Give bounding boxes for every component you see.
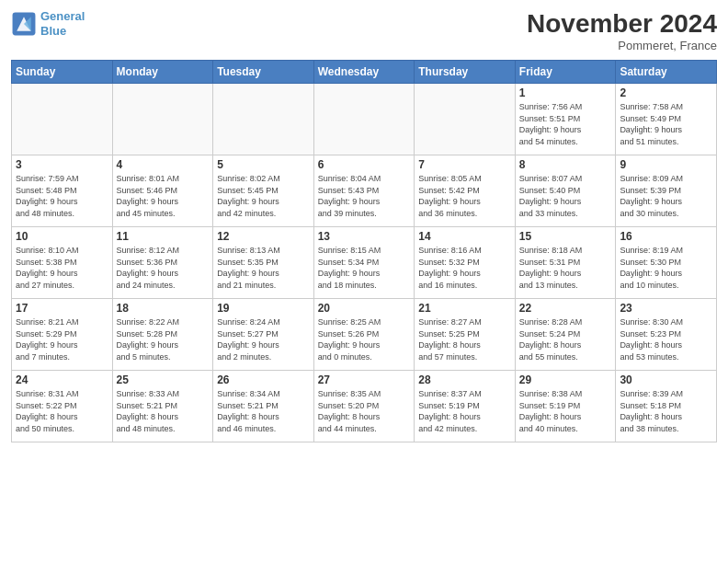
day-info: Sunrise: 8:27 AM Sunset: 5:25 PM Dayligh… xyxy=(418,316,511,362)
day-cell: 25Sunrise: 8:33 AM Sunset: 5:21 PM Dayli… xyxy=(112,371,213,442)
day-number: 10 xyxy=(16,230,108,243)
day-number: 25 xyxy=(117,373,210,386)
day-cell: 29Sunrise: 8:38 AM Sunset: 5:19 PM Dayli… xyxy=(515,371,616,442)
day-number: 21 xyxy=(418,302,511,315)
day-cell: 18Sunrise: 8:22 AM Sunset: 5:28 PM Dayli… xyxy=(112,299,213,371)
day-cell: 2Sunrise: 7:58 AM Sunset: 5:49 PM Daylig… xyxy=(616,84,717,155)
day-cell: 5Sunrise: 8:02 AM Sunset: 5:45 PM Daylig… xyxy=(213,155,314,227)
day-number: 14 xyxy=(418,230,511,243)
day-info: Sunrise: 8:24 AM Sunset: 5:27 PM Dayligh… xyxy=(217,316,310,362)
col-header-thursday: Thursday xyxy=(415,61,516,84)
day-number: 28 xyxy=(418,373,511,386)
day-number: 7 xyxy=(418,158,511,171)
day-number: 22 xyxy=(519,302,612,315)
day-number: 30 xyxy=(620,373,712,386)
col-header-saturday: Saturday xyxy=(616,61,717,84)
day-cell: 1Sunrise: 7:56 AM Sunset: 5:51 PM Daylig… xyxy=(515,84,616,155)
logo: General Blue xyxy=(11,9,85,38)
logo-text: General Blue xyxy=(40,9,85,38)
day-cell: 27Sunrise: 8:35 AM Sunset: 5:20 PM Dayli… xyxy=(313,371,415,442)
day-cell: 12Sunrise: 8:13 AM Sunset: 5:35 PM Dayli… xyxy=(213,227,314,299)
col-header-sunday: Sunday xyxy=(12,61,113,84)
day-number: 8 xyxy=(519,158,612,171)
day-number: 29 xyxy=(519,373,612,386)
logo-icon xyxy=(11,11,37,37)
day-info: Sunrise: 8:10 AM Sunset: 5:38 PM Dayligh… xyxy=(16,245,108,291)
day-number: 19 xyxy=(217,302,310,315)
day-cell: 24Sunrise: 8:31 AM Sunset: 5:22 PM Dayli… xyxy=(12,371,113,442)
day-cell xyxy=(12,84,113,155)
day-cell: 3Sunrise: 7:59 AM Sunset: 5:48 PM Daylig… xyxy=(12,155,113,227)
day-cell: 23Sunrise: 8:30 AM Sunset: 5:23 PM Dayli… xyxy=(616,299,717,371)
day-info: Sunrise: 8:35 AM Sunset: 5:20 PM Dayligh… xyxy=(318,388,411,434)
header-row: SundayMondayTuesdayWednesdayThursdayFrid… xyxy=(12,61,717,84)
day-number: 18 xyxy=(117,302,210,315)
day-number: 9 xyxy=(620,158,712,171)
day-info: Sunrise: 8:13 AM Sunset: 5:35 PM Dayligh… xyxy=(217,245,310,291)
day-info: Sunrise: 8:30 AM Sunset: 5:23 PM Dayligh… xyxy=(620,316,712,362)
day-number: 4 xyxy=(117,158,210,171)
day-cell xyxy=(213,84,314,155)
day-info: Sunrise: 8:34 AM Sunset: 5:21 PM Dayligh… xyxy=(217,388,310,434)
day-info: Sunrise: 8:37 AM Sunset: 5:19 PM Dayligh… xyxy=(418,388,511,434)
title-area: November 2024 Pommeret, France xyxy=(527,9,717,52)
day-number: 1 xyxy=(519,86,612,99)
col-header-friday: Friday xyxy=(515,61,616,84)
day-info: Sunrise: 7:59 AM Sunset: 5:48 PM Dayligh… xyxy=(16,173,108,219)
col-header-monday: Monday xyxy=(112,61,213,84)
day-info: Sunrise: 8:38 AM Sunset: 5:19 PM Dayligh… xyxy=(519,388,612,434)
day-info: Sunrise: 8:02 AM Sunset: 5:45 PM Dayligh… xyxy=(217,173,310,219)
day-cell: 13Sunrise: 8:15 AM Sunset: 5:34 PM Dayli… xyxy=(313,227,415,299)
day-cell xyxy=(112,84,213,155)
week-row-3: 10Sunrise: 8:10 AM Sunset: 5:38 PM Dayli… xyxy=(12,227,717,299)
day-number: 12 xyxy=(217,230,310,243)
day-number: 11 xyxy=(117,230,210,243)
day-info: Sunrise: 8:21 AM Sunset: 5:29 PM Dayligh… xyxy=(16,316,108,362)
day-number: 2 xyxy=(620,86,712,99)
logo-general: General xyxy=(40,9,85,23)
day-cell: 30Sunrise: 8:39 AM Sunset: 5:18 PM Dayli… xyxy=(616,371,717,442)
day-info: Sunrise: 8:04 AM Sunset: 5:43 PM Dayligh… xyxy=(318,173,411,219)
day-number: 23 xyxy=(620,302,712,315)
day-info: Sunrise: 8:12 AM Sunset: 5:36 PM Dayligh… xyxy=(117,245,210,291)
day-number: 17 xyxy=(16,302,108,315)
day-cell xyxy=(313,84,415,155)
day-info: Sunrise: 8:22 AM Sunset: 5:28 PM Dayligh… xyxy=(117,316,210,362)
day-info: Sunrise: 8:01 AM Sunset: 5:46 PM Dayligh… xyxy=(117,173,210,219)
day-cell: 16Sunrise: 8:19 AM Sunset: 5:30 PM Dayli… xyxy=(616,227,717,299)
month-title: November 2024 xyxy=(527,9,717,39)
day-cell: 15Sunrise: 8:18 AM Sunset: 5:31 PM Dayli… xyxy=(515,227,616,299)
col-header-wednesday: Wednesday xyxy=(313,61,415,84)
week-row-2: 3Sunrise: 7:59 AM Sunset: 5:48 PM Daylig… xyxy=(12,155,717,227)
day-info: Sunrise: 8:07 AM Sunset: 5:40 PM Dayligh… xyxy=(519,173,612,219)
day-info: Sunrise: 8:25 AM Sunset: 5:26 PM Dayligh… xyxy=(318,316,411,362)
day-number: 6 xyxy=(318,158,411,171)
day-info: Sunrise: 8:09 AM Sunset: 5:39 PM Dayligh… xyxy=(620,173,712,219)
day-number: 15 xyxy=(519,230,612,243)
day-number: 20 xyxy=(318,302,411,315)
logo-blue: Blue xyxy=(40,24,66,38)
day-cell: 17Sunrise: 8:21 AM Sunset: 5:29 PM Dayli… xyxy=(12,299,113,371)
day-info: Sunrise: 8:15 AM Sunset: 5:34 PM Dayligh… xyxy=(318,245,411,291)
day-info: Sunrise: 8:16 AM Sunset: 5:32 PM Dayligh… xyxy=(418,245,511,291)
day-cell: 28Sunrise: 8:37 AM Sunset: 5:19 PM Dayli… xyxy=(415,371,516,442)
week-row-5: 24Sunrise: 8:31 AM Sunset: 5:22 PM Dayli… xyxy=(12,371,717,442)
day-cell: 19Sunrise: 8:24 AM Sunset: 5:27 PM Dayli… xyxy=(213,299,314,371)
day-cell: 14Sunrise: 8:16 AM Sunset: 5:32 PM Dayli… xyxy=(415,227,516,299)
day-cell: 6Sunrise: 8:04 AM Sunset: 5:43 PM Daylig… xyxy=(313,155,415,227)
day-number: 26 xyxy=(217,373,310,386)
day-cell: 26Sunrise: 8:34 AM Sunset: 5:21 PM Dayli… xyxy=(213,371,314,442)
day-info: Sunrise: 8:31 AM Sunset: 5:22 PM Dayligh… xyxy=(16,388,108,434)
day-info: Sunrise: 7:58 AM Sunset: 5:49 PM Dayligh… xyxy=(620,101,712,147)
day-info: Sunrise: 7:56 AM Sunset: 5:51 PM Dayligh… xyxy=(519,101,612,147)
col-header-tuesday: Tuesday xyxy=(213,61,314,84)
day-info: Sunrise: 8:05 AM Sunset: 5:42 PM Dayligh… xyxy=(418,173,511,219)
day-number: 27 xyxy=(318,373,411,386)
day-cell: 22Sunrise: 8:28 AM Sunset: 5:24 PM Dayli… xyxy=(515,299,616,371)
day-cell: 20Sunrise: 8:25 AM Sunset: 5:26 PM Dayli… xyxy=(313,299,415,371)
day-number: 13 xyxy=(318,230,411,243)
day-info: Sunrise: 8:28 AM Sunset: 5:24 PM Dayligh… xyxy=(519,316,612,362)
week-row-1: 1Sunrise: 7:56 AM Sunset: 5:51 PM Daylig… xyxy=(12,84,717,155)
day-cell: 9Sunrise: 8:09 AM Sunset: 5:39 PM Daylig… xyxy=(616,155,717,227)
calendar-page: General Blue November 2024 Pommeret, Fra… xyxy=(0,0,728,563)
